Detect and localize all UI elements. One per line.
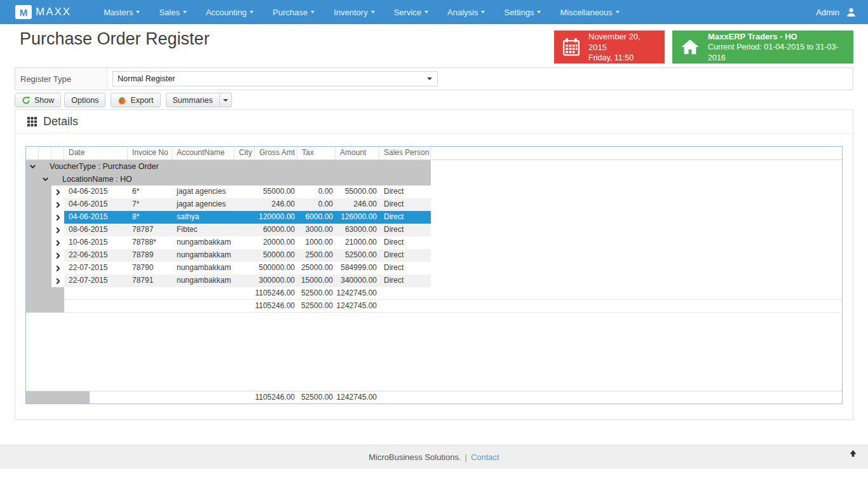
user-name: Admin [816,8,839,17]
chevron-right-icon[interactable] [51,224,64,236]
user-icon[interactable] [846,7,857,18]
data-row[interactable]: 22-06-201578789nungambakkam50000.002500.… [26,249,842,262]
chevron-right-icon[interactable] [51,211,64,224]
chevron-right-icon[interactable] [51,198,64,211]
grand-total-value: 52500.00 [297,391,336,404]
brand-m-icon: M [15,5,32,19]
data-row[interactable]: 04-06-20158*sathya120000.006000.00126000… [26,211,842,224]
cell: 126000.00 [336,211,379,224]
scroll-to-top-icon[interactable] [848,449,858,461]
grid-icon [27,117,37,126]
nav-item-accounting[interactable]: Accounting [196,0,263,24]
group-row[interactable]: LocationName : HO [26,173,431,186]
page-title: Purchase Order Register [20,29,210,49]
cell: Direct [379,236,431,249]
chevron-right-icon[interactable] [51,274,64,287]
calendar-icon [562,37,581,57]
cell: Direct [379,274,431,287]
cell [234,186,255,198]
details-panel: Details DateInvoice NoAccountNameCityGro… [15,109,853,420]
cell: 78787 [128,224,172,236]
group-row[interactable]: VoucherType : Purchase Order [26,160,431,173]
cell: 78788* [128,236,172,249]
grand-total-row: 1105246.0052500.001242745.00 [26,391,842,403]
summaries-dropdown-button[interactable] [220,93,232,107]
show-button[interactable]: Show [15,93,61,107]
subtotal-row: 1105246.0052500.001242745.00 [26,300,842,313]
cell: Direct [379,198,431,211]
details-grid: DateInvoice NoAccountNameCityGross AmtTa… [25,146,843,404]
register-type-select[interactable]: Normal Register [112,71,438,86]
nav-item-service[interactable]: Service [384,0,438,24]
footer: MicroBusiness Solutions. | Contact [0,445,868,469]
toolbar: Show Options Export Summaries [15,93,235,107]
contact-link[interactable]: Contact [471,452,499,462]
chevron-down-icon[interactable] [26,163,39,170]
cell: 50000.00 [255,249,297,262]
data-row[interactable]: 22-07-201578790nungambakkam500000.002500… [26,262,842,274]
footer-separator: | [465,452,467,462]
caret-down-icon [424,11,428,13]
current-day-time: Friday, 11:50 [588,53,657,64]
cell: sathya [172,211,234,224]
cell: 8* [128,211,172,224]
cell: 25000.00 [297,262,336,274]
cell: jagat agencies [172,186,234,198]
cell: 584999.00 [336,262,379,274]
nav-item-inventory[interactable]: Inventory [324,0,384,24]
cell [234,198,255,211]
cell: 300000.00 [255,274,297,287]
chevron-down-icon[interactable] [39,176,51,183]
nav-item-analysis[interactable]: Analysis [438,0,494,24]
cell: jagat agencies [172,198,234,211]
cell: 04-06-2015 [64,186,128,198]
cell: 500000.00 [255,262,297,274]
export-button[interactable]: Export [111,93,160,107]
nav-item-purchase[interactable]: Purchase [263,0,324,24]
cell: 340000.00 [336,274,379,287]
data-row[interactable]: 10-06-201578788*nungambakkam20000.001000… [26,236,842,249]
cell: 6000.00 [297,211,336,224]
summaries-button[interactable]: Summaries [166,93,220,107]
grid-empty-area [26,313,842,391]
chevron-right-icon[interactable] [51,236,64,249]
cell: 7* [128,198,172,211]
cell: 22-07-2015 [64,274,128,287]
data-row[interactable]: 04-06-20157*jagat agencies246.000.00246.… [26,198,842,211]
cell: 246.00 [336,198,379,211]
subtotal-row: 1105246.0052500.001242745.00 [26,287,842,300]
cell: 21000.00 [336,236,379,249]
data-row[interactable]: 04-06-20156*jagat agencies55000.000.0055… [26,186,842,198]
cell [234,224,255,236]
chevron-right-icon[interactable] [51,249,64,262]
column-header: Date [64,147,128,159]
caret-down-icon [481,11,485,13]
cell: 0.00 [297,198,336,211]
data-row[interactable]: 22-07-201578791nungambakkam300000.001500… [26,274,842,287]
cell: 6* [128,186,172,198]
caret-down-icon [371,11,375,13]
cell: 78791 [128,274,172,287]
cell: 15000.00 [297,274,336,287]
cell: nungambakkam [172,274,234,287]
cell: Direct [379,249,431,262]
brand-text: MAXX [36,6,71,18]
nav-item-settings[interactable]: Settings [494,0,550,24]
chevron-right-icon[interactable] [51,262,64,274]
nav-item-miscellaneous[interactable]: Miscellaneous [550,0,628,24]
cell: 55000.00 [336,186,379,198]
options-button[interactable]: Options [64,93,105,107]
nav-item-sales[interactable]: Sales [149,0,196,24]
grand-total-value: 1242745.00 [336,391,379,404]
cell: 10-06-2015 [64,236,128,249]
nav-item-masters[interactable]: Masters [94,0,149,24]
brand-logo[interactable]: M MAXX [15,5,71,19]
home-icon [680,37,700,57]
subtotal-value: 1242745.00 [336,287,379,300]
column-header: City [234,147,255,159]
caret-down-icon [223,99,228,102]
caret-down-icon [183,11,187,13]
data-row[interactable]: 08-06-201578787Fibtec60000.003000.006300… [26,224,842,236]
top-navbar: M MAXX MastersSalesAccountingPurchaseInv… [0,0,868,24]
chevron-right-icon[interactable] [51,186,64,198]
